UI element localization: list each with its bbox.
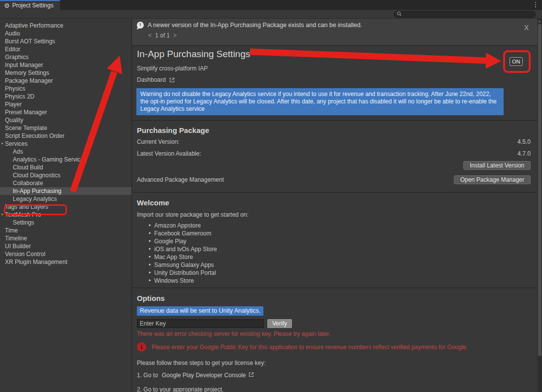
- store-list: Amazon Appstore Facebook Gameroom Google…: [149, 222, 531, 285]
- latest-version-value: 4.7.0: [517, 150, 531, 157]
- sidebar-item[interactable]: Editor: [0, 45, 131, 53]
- sidebar-item[interactable]: Cloud Build: [0, 163, 131, 171]
- pager-prev-icon[interactable]: <: [148, 32, 152, 39]
- sidebar-item[interactable]: Package Manager: [0, 77, 131, 85]
- store-name: Amazon Appstore: [154, 222, 201, 229]
- pager-label: 1 of 1: [155, 32, 170, 39]
- kebab-menu-icon[interactable]: ⋮: [532, 0, 539, 8]
- sidebar-item-label: Services: [5, 140, 28, 147]
- sidebar-item-label: Script Execution Order: [5, 132, 64, 139]
- steps-intro: Please follow these steps to get your li…: [137, 359, 531, 366]
- sidebar-item[interactable]: Version Control: [0, 250, 131, 258]
- purchasing-package-section: Purchasing Package Current Version: 4.5.…: [132, 126, 538, 184]
- dashboard-link-label: Dashboard: [137, 76, 166, 83]
- sidebar-item[interactable]: Player: [0, 100, 131, 108]
- sidebar-item-label: Adaptive Performance: [5, 22, 64, 29]
- sidebar-item-label: In-App Purchasing: [13, 188, 62, 195]
- sidebar-item[interactable]: Analytics - Gaming Services: [0, 156, 131, 163]
- sidebar-item[interactable]: Legacy Analytics: [0, 195, 131, 203]
- open-package-manager-button[interactable]: Open Package Manager: [454, 175, 531, 184]
- sidebar-item-label: Package Manager: [5, 77, 53, 84]
- sidebar-item-label: Collaborate: [13, 180, 43, 187]
- sidebar-item-label: Player: [5, 101, 22, 108]
- store-name: iOS and tvOs App Store: [154, 246, 217, 253]
- notification-pager: < 1 of 1 >: [148, 32, 533, 39]
- sidebar-item[interactable]: Physics: [0, 85, 131, 93]
- sidebar-item[interactable]: Services: [0, 140, 131, 148]
- current-version-label: Current Version:: [137, 138, 180, 145]
- store-list-item: Unity Distribution Portal: [149, 269, 531, 277]
- sidebar-item-label: Analytics - Gaming Services: [13, 156, 87, 163]
- verify-button[interactable]: Verify: [267, 319, 292, 328]
- sidebar-item-label: Tags and Layers: [5, 203, 48, 210]
- store-list-item: iOS and tvOs App Store: [149, 245, 531, 253]
- sidebar-item[interactable]: Quality: [0, 116, 131, 124]
- search-input[interactable]: [404, 11, 533, 17]
- sidebar-item[interactable]: TextMesh Pro: [0, 211, 131, 219]
- notification-bar: ! A newer version of the In-App Purchasi…: [132, 19, 538, 45]
- search-box[interactable]: [394, 11, 536, 18]
- tab-project-settings[interactable]: ⚙ Project Settings: [0, 0, 60, 10]
- sidebar-item[interactable]: Input Manager: [0, 61, 131, 69]
- sidebar-item[interactable]: Time: [0, 227, 131, 234]
- sidebar-item-label: Audio: [5, 30, 20, 37]
- sidebar-item-label: Editor: [5, 46, 20, 53]
- sidebar-item[interactable]: XR Plugin Management: [0, 258, 131, 266]
- sidebar-item-label: Time: [5, 227, 18, 234]
- sidebar-item-label: Legacy Analytics: [13, 196, 57, 202]
- google-key-input[interactable]: [137, 319, 264, 328]
- dashboard-link[interactable]: Dashboard: [137, 76, 175, 83]
- store-name: Google Play: [154, 238, 186, 245]
- store-name: Windows Store: [154, 277, 194, 284]
- sidebar-item[interactable]: Cloud Diagnostics: [0, 171, 131, 179]
- sidebar-item[interactable]: Preset Manager: [0, 108, 131, 116]
- sidebar-item[interactable]: Settings: [0, 219, 131, 227]
- sidebar-item[interactable]: Memory Settings: [0, 69, 131, 77]
- options-heading: Options: [137, 294, 531, 302]
- legacy-analytics-warning: Warning do not disable the Legacy Analyt…: [136, 88, 504, 115]
- sidebar-item-label: Preset Manager: [5, 109, 47, 116]
- store-name: Mac App Store: [154, 254, 193, 261]
- sidebar-item[interactable]: Physics 2D: [0, 93, 131, 100]
- tab-title: Project Settings: [12, 2, 54, 9]
- sidebar-item[interactable]: Scene Template: [0, 124, 131, 132]
- pager-next-icon[interactable]: >: [173, 32, 177, 39]
- step-1-prefix: 1. Go to: [137, 372, 158, 379]
- sidebar-item[interactable]: Graphics: [0, 53, 131, 61]
- sidebar-item[interactable]: Script Execution Order: [0, 132, 131, 140]
- iap-on-toggle[interactable]: ON: [510, 57, 523, 66]
- sidebar-item-label: Quality: [5, 117, 23, 124]
- sidebar-item[interactable]: Audio: [0, 30, 131, 37]
- sidebar-item-label: XR Plugin Management: [5, 259, 67, 265]
- scroll-up-arrow-icon[interactable]: ▲: [538, 20, 541, 23]
- vertical-scrollbar[interactable]: ▲: [538, 19, 542, 392]
- toolbar: [0, 10, 542, 19]
- sidebar-item[interactable]: Adaptive Performance: [0, 22, 131, 30]
- sidebar-item-label: Cloud Diagnostics: [13, 172, 61, 179]
- scrollbar-thumb[interactable]: [538, 24, 542, 356]
- google-play-console-link[interactable]: Google Play Developer Console: [162, 372, 246, 379]
- store-list-item: Mac App Store: [149, 253, 531, 261]
- sidebar-item[interactable]: Tags and Layers: [0, 203, 131, 211]
- welcome-intro: Import our store package to get started …: [137, 211, 531, 218]
- sidebar-item-label: Input Manager: [5, 62, 43, 68]
- latest-version-label: Latest Version Available:: [137, 150, 201, 157]
- install-latest-version-button[interactable]: Install Latest Version: [463, 161, 531, 170]
- sidebar-item[interactable]: UI Builder: [0, 242, 131, 250]
- sidebar-item-label: TextMesh Pro: [5, 211, 41, 218]
- store-name: Facebook Gameroom: [154, 230, 211, 237]
- sidebar-item[interactable]: Burst AOT Settings: [0, 37, 131, 45]
- sidebar-item-label: Scene Template: [5, 125, 47, 131]
- store-list-item: Google Play: [149, 237, 531, 245]
- sidebar-item-label: Version Control: [5, 251, 45, 258]
- close-icon[interactable]: X: [524, 24, 529, 32]
- sidebar-item[interactable]: Ads: [0, 148, 131, 156]
- sidebar-item[interactable]: In-App Purchasing: [0, 187, 131, 195]
- sidebar-item-label: Cloud Build: [13, 164, 43, 171]
- sidebar-item[interactable]: Timeline: [0, 234, 131, 242]
- sidebar-item[interactable]: Collaborate: [0, 179, 131, 187]
- store-list-item: Windows Store: [149, 277, 531, 285]
- store-name: Unity Distribution Portal: [154, 269, 216, 276]
- store-list-item: Amazon Appstore: [149, 222, 531, 229]
- step-1: 1. Go to Google Play Developer Console: [137, 371, 531, 379]
